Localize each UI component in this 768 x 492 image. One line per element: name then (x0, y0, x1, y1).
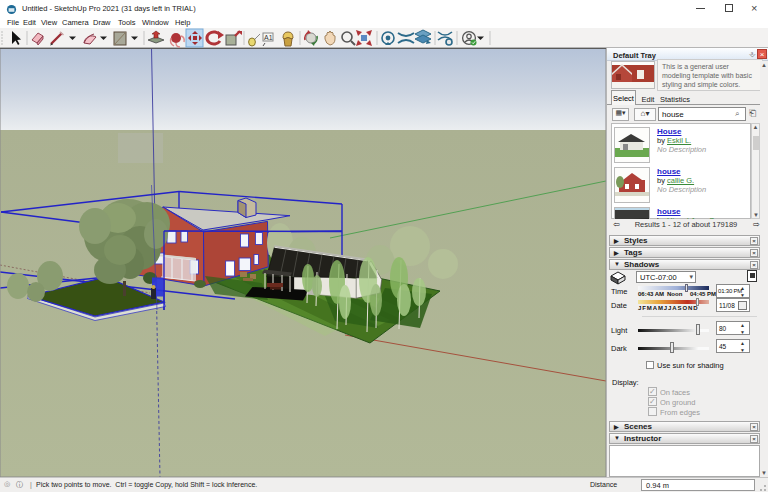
svg-text:A1: A1 (264, 34, 273, 41)
